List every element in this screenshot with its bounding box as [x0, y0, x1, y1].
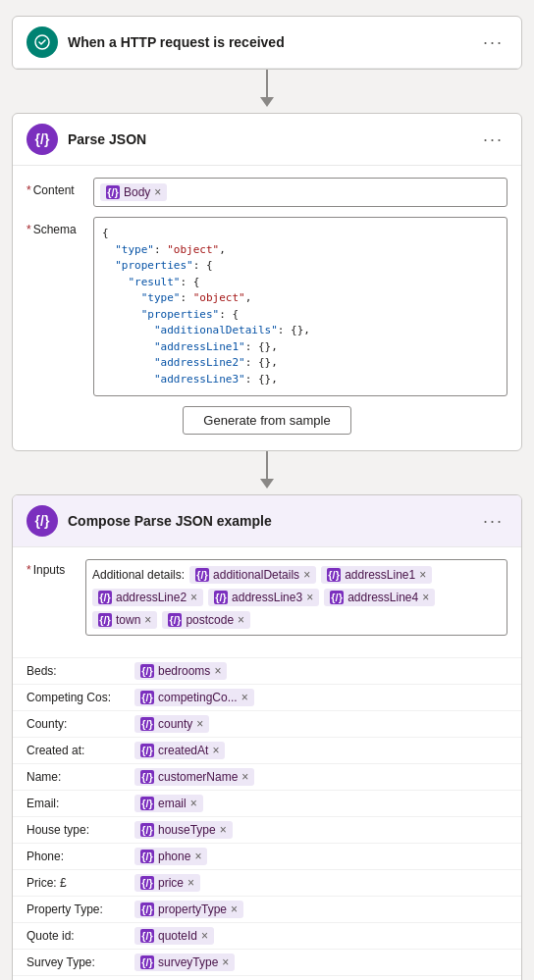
county-close[interactable]: × — [196, 717, 203, 731]
inputs-area[interactable]: Additional details: {/} additionalDetail… — [85, 559, 507, 636]
trigger-header: When a HTTP request is received ··· — [13, 17, 521, 69]
addressline3-icon: {/} — [214, 591, 228, 604]
quote-id-field: Quote id: {/} quoteId × — [13, 922, 521, 949]
content-input[interactable]: {/} Body × — [93, 178, 507, 207]
compose-more-button[interactable]: ··· — [479, 509, 507, 534]
survey-type-token: {/} surveyType × — [134, 954, 235, 971]
beds-tokens: {/} bedrooms × — [134, 662, 507, 680]
price-token: {/} price × — [134, 874, 200, 892]
competing-cos-close[interactable]: × — [241, 691, 248, 704]
town-close[interactable]: × — [144, 613, 151, 627]
property-type-tokens: {/} propertyType × — [134, 901, 507, 918]
survey-type-close[interactable]: × — [222, 955, 229, 969]
schema-line-7: "additionalDetails": {}, — [102, 323, 499, 339]
bedrooms-token: {/} bedrooms × — [134, 662, 227, 680]
addressline4-close[interactable]: × — [422, 591, 429, 604]
property-type-field: Property Type: {/} propertyType × — [13, 896, 521, 922]
addressline4-token: {/} addressLine4 × — [324, 589, 435, 606]
parse-json-header: {/} Parse JSON ··· — [13, 114, 521, 166]
name-label: Name: — [27, 770, 134, 784]
additional-details-label: Additional details: — [92, 568, 185, 582]
county-tokens: {/} county × — [134, 715, 507, 733]
addressline2-token: {/} addressLine2 × — [92, 589, 203, 606]
price-close[interactable]: × — [187, 876, 194, 890]
generate-from-sample-button[interactable]: Generate from sample — [183, 406, 350, 435]
created-at-close[interactable]: × — [212, 744, 219, 757]
additional-details-token-label: additionalDetails — [213, 568, 299, 582]
town-icon: {/} — [98, 613, 112, 627]
quote-id-icon: {/} — [140, 929, 154, 943]
additional-details-token-close[interactable]: × — [303, 568, 310, 582]
postcode-close[interactable]: × — [238, 613, 244, 627]
property-type-token: {/} propertyType × — [134, 901, 243, 918]
house-type-close[interactable]: × — [220, 823, 227, 837]
body-token-close[interactable]: × — [154, 185, 161, 199]
price-tokens: {/} price × — [134, 874, 507, 892]
compose-title: Compose Parse JSON example — [68, 513, 469, 529]
postcode-icon: {/} — [168, 613, 182, 627]
phone-token: {/} phone × — [134, 848, 207, 865]
house-type-tokens: {/} houseType × — [134, 821, 507, 839]
phone-token-label: phone — [158, 850, 190, 863]
schema-line-4: "result": { — [102, 275, 499, 291]
survey-type-token-label: surveyType — [158, 955, 218, 969]
addressline1-icon: {/} — [327, 568, 341, 582]
property-type-label: Property Type: — [27, 903, 134, 916]
parse-json-more-button[interactable]: ··· — [479, 128, 507, 152]
schema-box[interactable]: { "type": "object", "properties": { "res… — [93, 217, 507, 396]
beds-label: Beds: — [27, 664, 134, 678]
phone-close[interactable]: × — [194, 850, 201, 863]
customer-name-close[interactable]: × — [241, 770, 248, 784]
house-type-field: House type: {/} houseType × — [13, 816, 521, 843]
arrow-head-1 — [260, 97, 274, 107]
compose-header: {/} Compose Parse JSON example ··· — [13, 495, 521, 547]
name-field: Name: {/} customerName × — [13, 763, 521, 790]
phone-tokens: {/} phone × — [134, 848, 507, 865]
created-at-token-label: createdAt — [158, 744, 208, 757]
inputs-label: Inputs — [27, 559, 78, 577]
email-token-label: email — [158, 797, 187, 810]
county-label: County: — [27, 717, 134, 731]
price-token-label: price — [158, 876, 184, 890]
schema-line-3: "properties": { — [102, 258, 499, 275]
email-close[interactable]: × — [190, 797, 197, 810]
property-type-icon: {/} — [140, 903, 154, 916]
addressline3-close[interactable]: × — [306, 591, 313, 604]
phone-label: Phone: — [27, 850, 134, 863]
beds-field: Beds: {/} bedrooms × — [13, 657, 521, 684]
addressline2-close[interactable]: × — [190, 591, 197, 604]
house-type-icon: {/} — [140, 823, 154, 837]
addressline1-close[interactable]: × — [419, 568, 426, 582]
bedrooms-label: bedrooms — [158, 664, 210, 678]
survey-type-label: Survey Type: — [27, 955, 134, 969]
parse-json-title: Parse JSON — [68, 131, 469, 147]
trigger-more-button[interactable]: ··· — [479, 30, 507, 55]
house-type-token-label: houseType — [158, 823, 216, 837]
postcode-token: {/} postcode × — [162, 611, 250, 629]
arrow-2 — [260, 451, 274, 494]
competing-cos-token: {/} competingCo... × — [134, 689, 254, 706]
quote-id-close[interactable]: × — [201, 929, 208, 943]
phone-icon: {/} — [140, 850, 154, 863]
timestamp-field: Timestamp: {/} timestamp × — [13, 975, 521, 980]
competing-cos-field: Competing Cos: {/} competingCo... × — [13, 684, 521, 710]
price-label: Price: £ — [27, 876, 134, 890]
price-field: Price: £ {/} price × — [13, 869, 521, 896]
fields-list: Beds: {/} bedrooms × Competing Cos: {/} … — [13, 657, 521, 980]
schema-label: Schema — [27, 217, 85, 236]
schema-field-row: Schema { "type": "object", "properties":… — [27, 217, 507, 396]
addressline2-label: addressLine2 — [116, 591, 187, 604]
flow-container: When a HTTP request is received ··· {/} … — [16, 16, 518, 980]
bedrooms-close[interactable]: × — [214, 664, 221, 678]
schema-line-6: "properties": { — [102, 307, 499, 324]
property-type-close[interactable]: × — [231, 903, 238, 916]
survey-type-tokens: {/} surveyType × — [134, 954, 507, 971]
schema-line-1: { — [102, 226, 499, 242]
email-field: Email: {/} email × — [13, 790, 521, 816]
county-field: County: {/} county × — [13, 710, 521, 737]
addressline3-token: {/} addressLine3 × — [208, 589, 319, 606]
quote-id-label: Quote id: — [27, 929, 134, 943]
parse-json-icon: {/} — [27, 124, 58, 155]
town-token: {/} town × — [92, 611, 157, 629]
parse-json-card: {/} Parse JSON ··· Content {/} Body × — [12, 113, 522, 451]
